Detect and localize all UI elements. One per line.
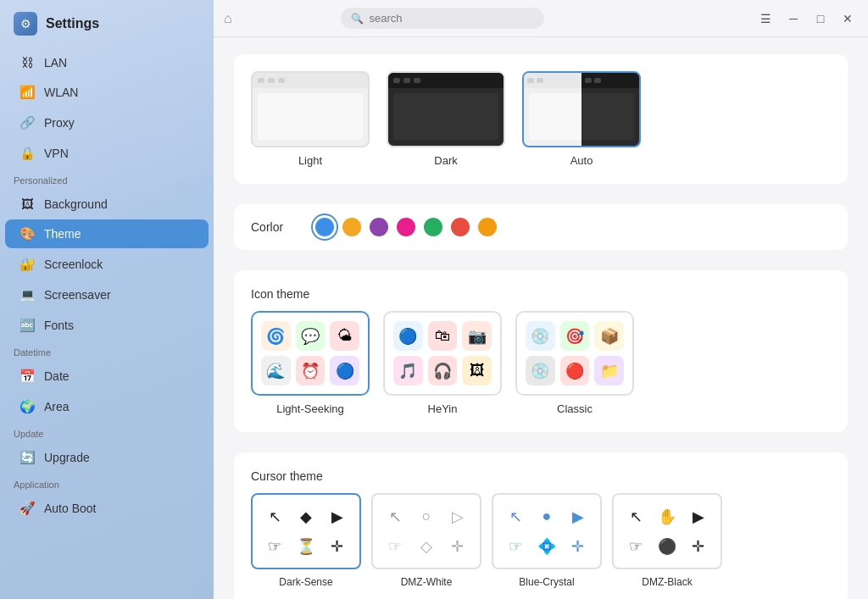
sidebar-header: ⚙ Settings [0,0,214,47]
color-dot-red[interactable] [451,218,470,236]
wlan-icon: 📶 [19,85,36,100]
icon-preview-classic: 💿 🎯 📦 💿 🔴 📁 [515,311,634,396]
cursor-right-icon: ▶ [572,507,584,526]
icon-theme-card-heyin[interactable]: 🔵 🛍 📷 🎵 🎧 🖼 HeYin [383,311,502,415]
theme-preview-dark [387,71,505,147]
sidebar-item-lan[interactable]: ⛓ LAN [5,48,209,76]
minimize-button[interactable]: ─ [783,8,804,29]
sidebar-item-vpn[interactable]: 🔒 VPN [5,139,209,168]
screensaver-icon: 💻 [19,287,36,302]
color-dot-purple[interactable] [370,218,388,236]
sidebar: ⚙ Settings ⛓ LAN 📶 WLAN 🔗 Proxy 🔒 VPN Pe… [0,0,214,599]
cursor-move-icon: ✛ [331,537,343,556]
theme-card-dark[interactable]: Dark [387,71,505,167]
lan-icon: ⛓ [19,55,36,69]
cursor-pointer-icon: ▶ [693,507,704,526]
cursor-card-dmz-white[interactable]: ↖ ○ ▷ ☞ ◇ ✛ DMZ-White [371,493,481,588]
cursor-cross-icon: ✛ [692,537,704,556]
sidebar-item-autoboot[interactable]: 🚀 Auto Boot [5,494,209,523]
sidebar-item-screenlock[interactable]: 🔐 Screenlock [5,250,209,279]
app-icon: ⚙ [14,12,37,36]
icon-theme-card-light-seeking[interactable]: 🌀 💬 🌤 🌊 ⏰ 🔵 Light-Seeking [251,311,370,415]
icon-theme-cards: 🌀 💬 🌤 🌊 ⏰ 🔵 Light-Seeking 🔵 🛍 📷 [251,311,831,415]
cursor-arrow-icon: ↖ [269,507,281,526]
search-bar[interactable]: 🔍 [341,8,544,29]
cursor-preview-blue-crystal: ↖ ● ▶ ☞ 💠 ✛ [492,493,602,569]
sidebar-item-label: WLAN [44,86,78,99]
cursor-preview-dmz-white: ↖ ○ ▷ ☞ ◇ ✛ [371,493,481,569]
maximize-button[interactable]: □ [810,8,831,29]
cursor-label-dark-sense: Dark-Sense [279,576,332,588]
sidebar-item-label: Date [44,369,70,383]
cursor-preview-dmz-black: ↖ ✋ ▶ ☞ ⚫ ✛ [612,493,722,569]
cursor-right-icon: ▷ [452,507,464,526]
icon-theme-label-classic: Classic [557,402,593,415]
color-dot-pink[interactable] [397,218,415,236]
sidebar-item-label: LAN [44,56,67,69]
color-dot-blue[interactable] [315,218,334,236]
sidebar-item-upgrade[interactable]: 🔄 Upgrade [5,443,209,472]
cursor-hand2-icon: ✋ [658,507,676,526]
icon-theme-card-classic[interactable]: 💿 🎯 📦 💿 🔴 📁 Classic [515,311,634,415]
color-section: Corlor [234,204,848,250]
cursor-card-dark-sense[interactable]: ↖ ◆ ▶ ☞ ⏳ ✛ Dark-Sense [251,493,361,588]
icon-theme-title: Icon theme [251,287,831,301]
cursor-label-blue-crystal: Blue-Crystal [519,576,574,588]
proxy-icon: 🔗 [19,115,36,130]
sidebar-item-fonts[interactable]: 🔤 Fonts [5,311,209,340]
color-dot-yellow[interactable] [342,218,361,236]
icon-theme-label-light-seeking: Light-Seeking [276,402,344,415]
sidebar-item-label: Upgrade [44,451,90,464]
sidebar-item-wlan[interactable]: 📶 WLAN [5,78,209,107]
theme-section: Light Dark [234,54,848,184]
sidebar-item-label: Auto Boot [44,502,97,515]
cursor-theme-title: Cursor theme [251,469,831,483]
cursor-cross-icon: ✛ [571,537,584,556]
color-dots [315,218,497,236]
cursor-arrow-icon: ↖ [509,507,522,526]
cursor-cross-icon: ✛ [451,537,464,556]
cursor-card-dmz-black[interactable]: ↖ ✋ ▶ ☞ ⚫ ✛ DMZ-Black [612,493,722,588]
theme-card-auto[interactable]: Auto [522,71,641,167]
sidebar-title: Settings [46,16,99,31]
sidebar-item-label: Area [44,400,70,413]
icon-preview-heyin: 🔵 🛍 📷 🎵 🎧 🖼 [383,311,502,396]
datetime-section-label: Datetime [0,341,214,361]
close-button[interactable]: ✕ [837,8,858,29]
search-input[interactable] [369,12,534,25]
color-dot-orange[interactable] [478,218,497,236]
theme-preview-auto [522,71,641,147]
theme-label-dark: Dark [434,154,457,167]
cursor-card-blue-crystal[interactable]: ↖ ● ▶ ☞ 💠 ✛ Blue-Crystal [492,493,602,588]
theme-card-light[interactable]: Light [251,71,370,167]
home-button[interactable]: ⌂ [224,11,232,26]
sidebar-item-label: VPN [44,147,69,160]
sidebar-item-theme[interactable]: 🎨 Theme [5,219,209,248]
fonts-icon: 🔤 [19,318,36,333]
date-icon: 📅 [19,369,36,384]
theme-icon: 🎨 [19,226,36,241]
main-content: ⌂ 🔍 ☰ ─ □ ✕ [214,0,868,599]
content-area: Light Dark [214,37,868,599]
menu-button[interactable]: ☰ [756,8,776,29]
color-dot-green[interactable] [424,218,442,236]
cursor-label-dmz-white: DMZ-White [401,576,453,588]
cursor-gem-icon: 💠 [537,537,556,556]
sidebar-item-screensaver[interactable]: 💻 Screensaver [5,280,209,309]
personalized-section-label: Personalized [0,169,214,189]
upgrade-icon: 🔄 [19,450,36,465]
cursor-hand-icon: ☞ [268,537,281,556]
sidebar-item-background[interactable]: 🖼 Background [5,190,209,218]
theme-cards: Light Dark [251,71,831,167]
theme-preview-light [251,71,370,147]
autoboot-icon: 🚀 [19,501,36,516]
sidebar-item-date[interactable]: 📅 Date [5,362,209,391]
sidebar-item-area[interactable]: 🌍 Area [5,392,209,421]
sidebar-item-proxy[interactable]: 🔗 Proxy [5,108,209,137]
area-icon: 🌍 [19,399,36,414]
cursor-arrow-icon: ↖ [389,507,402,526]
icon-theme-label-heyin: HeYin [428,402,458,415]
icon-preview-light-seeking: 🌀 💬 🌤 🌊 ⏰ 🔵 [251,311,370,396]
background-icon: 🖼 [19,197,36,211]
sidebar-item-label: Screenlock [44,258,103,271]
